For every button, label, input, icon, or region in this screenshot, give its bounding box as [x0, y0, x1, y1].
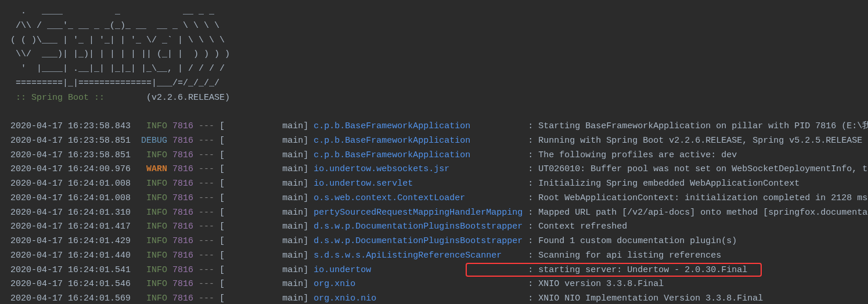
log-pid: 7816 — [172, 222, 193, 231]
ascii-line: ' |____| .__|_| |_|_| |_\__, | / / / / — [10, 62, 858, 77]
log-line: 2020-04-17 16:24:01.008 INFO 7816 --- [ … — [10, 191, 858, 206]
log-separator: --- — [193, 265, 219, 275]
log-message: XNIO version 3.3.8.Final — [538, 279, 664, 289]
log-timestamp: 2020-04-17 16:24:01.008 — [10, 193, 141, 203]
log-line: 2020-04-17 16:24:01.310 INFO 7816 --- [ … — [10, 206, 858, 220]
log-separator: --- — [193, 121, 219, 131]
log-level: INFO — [141, 279, 167, 289]
log-logger: d.s.w.p.DocumentationPluginsBootstrapper — [314, 236, 523, 246]
log-line: 2020-04-17 16:24:00.976 WARN 7816 --- [ … — [10, 162, 858, 177]
log-separator: --- — [193, 222, 219, 231]
log-logger: org.xnio.nio — [314, 294, 523, 303]
log-thread: [ main] — [219, 279, 314, 289]
log-message: Context refreshed — [538, 222, 627, 231]
log-colon: : — [523, 208, 538, 218]
log-output: 2020-04-17 16:23:58.843 INFO 7816 --- [ … — [10, 120, 858, 304]
log-colon: : — [523, 265, 538, 275]
log-message: XNIO NIO Implementation Version 3.3.8.Fi… — [538, 294, 763, 303]
log-logger: d.s.w.p.DocumentationPluginsBootstrapper — [314, 222, 523, 231]
log-colon: : — [523, 164, 538, 174]
log-level: DEBUG — [141, 136, 167, 146]
log-line: 2020-04-17 16:24:01.429 INFO 7816 --- [ … — [10, 234, 858, 249]
log-thread: [ main] — [219, 164, 314, 174]
log-thread: [ main] — [219, 121, 314, 131]
ascii-line: ( ( )\___ | '_ | '_| | '_ \/ _` | \ \ \ … — [10, 34, 858, 48]
log-level: INFO — [141, 208, 167, 218]
log-level: INFO — [141, 121, 167, 131]
banner-version: (v2.2.6.RELEASE) — [110, 93, 230, 103]
log-pid: 7816 — [172, 150, 193, 160]
log-message: Starting BaseFrameworkApplication on pil… — [538, 121, 868, 131]
spring-banner-line: :: Spring Boot :: (v2.2.6.RELEASE) — [10, 91, 858, 106]
log-logger: io.undertow.websockets.jsr — [314, 164, 523, 174]
log-pid: 7816 — [172, 121, 193, 131]
log-line: 2020-04-17 16:23:58.843 INFO 7816 --- [ … — [10, 120, 858, 134]
log-colon: : — [523, 150, 538, 160]
log-level: INFO — [141, 265, 167, 275]
log-level: INFO — [141, 150, 167, 160]
log-thread: [ main] — [219, 236, 314, 246]
log-pid: 7816 — [172, 179, 193, 189]
log-colon: : — [523, 193, 538, 203]
log-pid: 7816 — [172, 208, 193, 218]
log-message: The following profiles are active: dev — [538, 150, 737, 160]
log-thread: [ main] — [219, 294, 314, 303]
log-separator: --- — [193, 193, 219, 203]
log-line: 2020-04-17 16:24:01.541 INFO 7816 --- [ … — [10, 263, 858, 278]
log-line: 2020-04-17 16:23:58.851 INFO 7816 --- [ … — [10, 149, 858, 163]
banner-label: :: Spring Boot :: — [10, 93, 110, 103]
log-timestamp: 2020-04-17 16:24:01.429 — [10, 236, 141, 246]
log-timestamp: 2020-04-17 16:24:01.546 — [10, 279, 141, 289]
ascii-line: =========|_|==============|___/=/_/_/_/ — [10, 77, 858, 91]
log-level: INFO — [141, 193, 167, 203]
log-thread: [ main] — [219, 150, 314, 160]
ascii-line: . ____ _ __ _ _ — [10, 5, 858, 19]
log-message: Scanning for api listing references — [538, 251, 721, 260]
log-logger: s.d.s.w.s.ApiListingReferenceScanner — [314, 251, 523, 260]
log-separator: --- — [193, 236, 219, 246]
log-line: 2020-04-17 16:24:01.546 INFO 7816 --- [ … — [10, 277, 858, 292]
log-logger: pertySourcedRequestMappingHandlerMapping — [314, 208, 523, 218]
log-thread: [ main] — [219, 179, 314, 189]
log-pid: 7816 — [172, 265, 193, 275]
log-colon: : — [523, 179, 538, 189]
log-separator: --- — [193, 251, 219, 260]
log-thread: [ main] — [219, 208, 314, 218]
log-level: INFO — [141, 251, 167, 260]
log-timestamp: 2020-04-17 16:24:01.440 — [10, 251, 141, 260]
log-pid: 7816 — [172, 236, 193, 246]
log-separator: --- — [193, 279, 219, 289]
log-logger: o.s.web.context.ContextLoader — [314, 193, 523, 203]
log-timestamp: 2020-04-17 16:23:58.843 — [10, 121, 141, 131]
log-message: Mapped URL path [/v2/api-docs] onto meth… — [538, 208, 868, 218]
log-thread: [ main] — [219, 222, 314, 231]
log-pid: 7816 — [172, 251, 193, 260]
log-colon: : — [523, 236, 538, 246]
log-level: INFO — [141, 179, 167, 189]
log-logger: org.xnio — [314, 279, 523, 289]
log-line: 2020-04-17 16:23:58.851 DEBUG 7816 --- [… — [10, 134, 858, 149]
log-separator: --- — [193, 150, 219, 160]
log-thread: [ main] — [219, 193, 314, 203]
log-timestamp: 2020-04-17 16:23:58.851 — [10, 136, 141, 146]
log-line: 2020-04-17 16:24:01.569 INFO 7816 --- [ … — [10, 292, 858, 304]
log-message: UT026010: Buffer pool was not set on Web… — [538, 164, 868, 174]
spring-ascii-banner: . ____ _ __ _ _ /\\ / ___'_ __ _ _(_)_ _… — [10, 5, 858, 91]
log-level: INFO — [141, 222, 167, 231]
log-message: Root WebApplicationContext: initializati… — [538, 193, 867, 203]
log-timestamp: 2020-04-17 16:24:01.008 — [10, 179, 141, 189]
log-timestamp: 2020-04-17 16:24:01.417 — [10, 222, 141, 231]
log-colon: : — [523, 136, 538, 146]
log-message: Running with Spring Boot v2.2.6.RELEASE,… — [538, 136, 862, 146]
log-level: WARN — [141, 164, 167, 174]
log-pid: 7816 — [172, 136, 193, 146]
log-thread: [ main] — [219, 265, 314, 275]
log-logger: c.p.b.BaseFrameworkApplication — [314, 150, 523, 160]
log-separator: --- — [193, 136, 219, 146]
blank-line — [10, 105, 858, 120]
log-logger: io.undertow — [314, 265, 523, 275]
log-timestamp: 2020-04-17 16:23:58.851 — [10, 150, 141, 160]
log-logger: io.undertow.servlet — [314, 179, 523, 189]
log-message: starting server: Undertow - 2.0.30.Final — [538, 265, 747, 275]
log-colon: : — [523, 121, 538, 131]
